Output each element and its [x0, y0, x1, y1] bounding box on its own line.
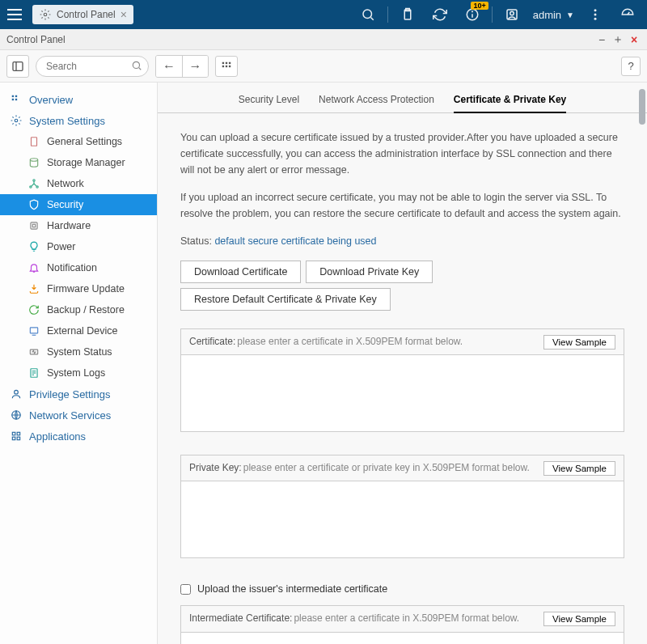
sidebar-item-system-settings[interactable]: System Settings — [0, 110, 157, 131]
notification-badge: 10+ — [471, 2, 488, 10]
search-icon[interactable] — [357, 3, 379, 26]
svg-point-10 — [594, 14, 597, 16]
bulb-icon — [27, 240, 40, 253]
back-button[interactable]: ← — [156, 56, 182, 77]
sidebar-item-label: Power — [47, 241, 75, 252]
status-value-link[interactable]: default secure certificate being used — [214, 235, 376, 247]
bell-icon — [27, 261, 40, 274]
sidebar-item-label: Backup / Restore — [47, 304, 125, 316]
certificate-field: Certificate: please enter a certificate … — [180, 328, 624, 437]
download-private-key-button[interactable]: Download Private Key — [306, 261, 433, 283]
logs-icon — [27, 366, 40, 379]
close-icon[interactable]: × — [121, 8, 127, 21]
svg-rect-28 — [32, 138, 37, 146]
panel: You can upload a secure certificate issu… — [158, 113, 647, 644]
sidebar-item-label: Firmware Update — [47, 283, 125, 294]
field-label: Intermediate Certificate: — [189, 611, 292, 626]
scrollbar-thumb[interactable] — [639, 89, 645, 125]
svg-rect-26 — [15, 99, 17, 100]
refresh-icon[interactable] — [429, 3, 451, 26]
user-icon[interactable] — [501, 3, 523, 26]
download-certificate-button[interactable]: Download Certificate — [180, 261, 301, 283]
private-key-textarea[interactable] — [180, 481, 624, 558]
svg-rect-18 — [226, 61, 227, 63]
sidebar-item-security[interactable]: Security — [0, 194, 157, 215]
svg-rect-17 — [222, 61, 224, 63]
svg-rect-33 — [31, 222, 37, 229]
gear-icon — [10, 114, 23, 127]
update-icon — [27, 282, 40, 295]
sidebar-item-backup-restore[interactable]: Backup / Restore — [0, 299, 157, 320]
view-sample-button[interactable]: View Sample — [543, 335, 615, 350]
certificate-textarea[interactable] — [180, 354, 624, 432]
field-hint: please enter a certificate in X.509PEM f… — [294, 611, 519, 626]
toolbar: ← → ? — [0, 50, 647, 83]
menu-icon[interactable] — [3, 3, 26, 26]
status-icon — [27, 345, 40, 358]
svg-rect-19 — [229, 61, 230, 63]
sidebar-item-system-logs[interactable]: System Logs — [0, 362, 157, 383]
svg-line-2 — [370, 17, 373, 19]
sidebar-item-system-status[interactable]: System Status — [0, 341, 157, 362]
maximize-button[interactable]: ＋ — [611, 33, 624, 46]
svg-point-1 — [363, 10, 372, 19]
help-button[interactable]: ? — [621, 57, 641, 76]
user-menu[interactable]: admin ▼ — [528, 9, 579, 21]
window-tab[interactable]: Control Panel × — [32, 5, 133, 24]
sidebar-item-general-settings[interactable]: General Settings — [0, 131, 157, 152]
sidebar-item-label: System Settings — [29, 115, 105, 127]
view-sample-button[interactable]: View Sample — [543, 612, 615, 626]
sidebar-item-external-device[interactable]: External Device — [0, 320, 157, 341]
field-hint: please enter a certificate or private ke… — [243, 460, 530, 476]
intermediate-field: Intermediate Certificate: please enter a… — [180, 605, 624, 644]
intermediate-checkbox-row[interactable]: Upload the issuer's intermediate certifi… — [180, 581, 624, 597]
sidebar-item-notification[interactable]: Notification — [0, 257, 157, 278]
apps-icon — [10, 430, 23, 443]
sidebar-item-power[interactable]: Power — [0, 236, 157, 257]
globe-icon — [10, 409, 23, 422]
clipboard-icon[interactable] — [396, 3, 419, 26]
forward-button[interactable]: → — [182, 56, 208, 77]
intermediate-textarea[interactable] — [180, 632, 624, 644]
tab-security-level[interactable]: Security Level — [239, 94, 299, 112]
svg-point-31 — [30, 186, 32, 188]
grid-view-button[interactable] — [215, 56, 238, 77]
sidebar-item-hardware[interactable]: Hardware — [0, 215, 157, 236]
tab-label: Control Panel — [57, 9, 116, 20]
sidebar-item-label: Network Services — [29, 409, 111, 422]
view-sample-button[interactable]: View Sample — [543, 461, 615, 476]
sidebar-toggle[interactable] — [6, 55, 29, 78]
intermediate-checkbox[interactable] — [180, 584, 191, 595]
sidebar-item-network-services[interactable]: Network Services — [0, 405, 157, 426]
svg-rect-45 — [17, 432, 20, 435]
sidebar-item-label: External Device — [47, 325, 118, 337]
svg-point-11 — [594, 18, 597, 20]
tab-certificate-private-key[interactable]: Certificate & Private Key — [454, 94, 566, 113]
close-button[interactable]: × — [628, 33, 641, 46]
sidebar-item-firmware-update[interactable]: Firmware Update — [0, 278, 157, 299]
intro-text-2: If you upload an incorrect secure certif… — [180, 189, 624, 222]
more-icon[interactable] — [584, 3, 607, 26]
scrollbar[interactable] — [637, 83, 645, 644]
sidebar-item-overview[interactable]: Overview — [0, 89, 157, 110]
info-icon[interactable]: 10+ — [461, 3, 484, 26]
svg-rect-44 — [12, 432, 15, 435]
restore-default-button[interactable]: Restore Default Certificate & Private Ke… — [180, 288, 391, 311]
svg-point-27 — [15, 119, 18, 122]
minimize-button[interactable]: − — [595, 33, 608, 46]
svg-point-42 — [15, 390, 19, 394]
sidebar-item-storage-manager[interactable]: Storage Manager — [0, 152, 157, 173]
sidebar-item-privilege-settings[interactable]: Privilege Settings — [0, 383, 157, 405]
svg-point-9 — [594, 9, 597, 11]
window-title-bar: Control Panel − ＋ × — [0, 29, 647, 50]
sidebar-item-applications[interactable]: Applications — [0, 426, 157, 447]
search-icon — [131, 60, 142, 74]
tab-network-access-protection[interactable]: Network Access Protection — [319, 94, 434, 112]
shield-icon — [27, 198, 40, 211]
private-key-field: Private Key: please enter a certificate … — [180, 455, 624, 563]
backup-icon — [27, 303, 40, 316]
sidebar-item-network[interactable]: Network — [0, 173, 157, 194]
sidebar-item-label: Hardware — [47, 220, 91, 231]
svg-rect-46 — [12, 437, 15, 440]
dashboard-icon[interactable] — [616, 3, 639, 26]
